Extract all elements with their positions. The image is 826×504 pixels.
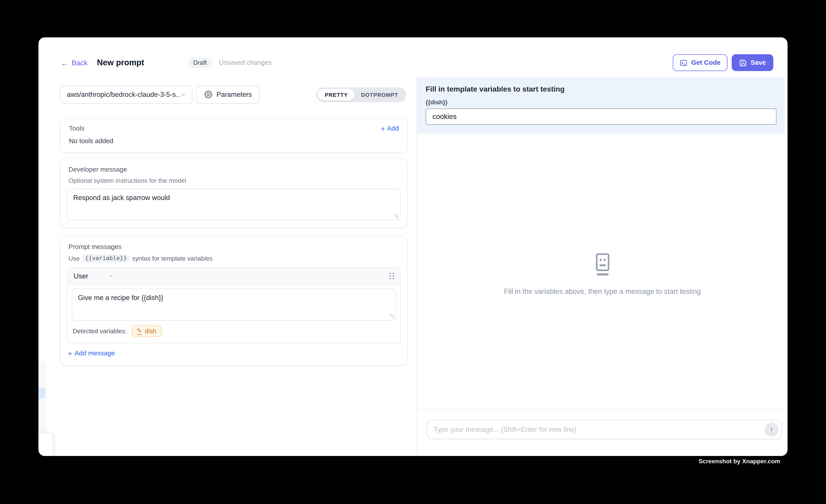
editor-toolbar: aws/anthropic/bedrock-claude-3-5-s... [60, 85, 406, 104]
drag-handle-icon[interactable] [389, 272, 394, 279]
model-select-value: aws/anthropic/bedrock-claude-3-5-s... [67, 90, 180, 99]
get-code-label: Get Code [691, 59, 720, 66]
add-message-button[interactable]: + Add message [68, 350, 400, 357]
variable-syntax-chip: {{variable}} [82, 254, 129, 262]
chat-message-input[interactable] [433, 425, 758, 433]
developer-message-title: Developer message [67, 166, 401, 173]
developer-message-textarea[interactable]: Respond as jack sparrow would [67, 189, 401, 220]
status-badge: Draft [188, 57, 212, 68]
sidebar-active-indicator[interactable] [39, 387, 45, 398]
content-split: aws/anthropic/bedrock-claude-3-5-s... [39, 77, 787, 456]
chevron-down-icon [180, 91, 187, 98]
add-tool-label: Add [387, 125, 399, 132]
prompt-editor-window: ← Back New prompt Draft Unsaved changes … [39, 37, 787, 456]
plus-icon: + [381, 125, 385, 132]
tools-card: Tools + Add No tools added [60, 118, 408, 153]
unsaved-changes-note: Unsaved changes [219, 59, 272, 66]
detected-variables-label: Detected variables: [73, 327, 127, 335]
save-button[interactable]: Save [731, 54, 773, 71]
back-label: Back [72, 59, 87, 67]
screenshot-stage: ← Back New prompt Draft Unsaved changes … [0, 0, 826, 504]
corner-popover-edge [39, 433, 53, 456]
titlebar: ← Back New prompt Draft Unsaved changes … [39, 37, 787, 77]
add-tool-button[interactable]: + Add [381, 125, 399, 132]
chat-empty-state: Fill in the variables above, then type a… [417, 134, 787, 410]
plus-icon: + [68, 350, 72, 357]
arrow-up-icon: ↑ [770, 425, 773, 434]
variable-dish-label: {{dish}} [426, 99, 776, 106]
arrow-left-icon: ← [61, 59, 68, 67]
variable-chip-label: dish [145, 327, 157, 335]
tools-title: Tools [69, 125, 84, 132]
parameters-button[interactable]: Parameters [196, 85, 260, 104]
user-message-textarea[interactable]: Give me a recipe for {{dish}} [72, 289, 396, 321]
code-terminal-icon [680, 59, 688, 67]
template-syntax-hint: Use {{variable}} syntax for template var… [67, 254, 401, 262]
get-code-button[interactable]: Get Code [673, 54, 727, 71]
parameters-label: Parameters [217, 90, 252, 99]
editor-cards: Tools + Add No tools added Developer mes… [60, 118, 408, 366]
toggle-dotprompt[interactable]: DOTPROMPT [355, 89, 405, 101]
pencil-edit-icon: ✎ [137, 328, 142, 334]
prompt-messages-card: Prompt messages Use {{variable}} syntax … [60, 236, 408, 365]
view-mode-toggle: PRETTY DOTPROMPT [316, 87, 406, 102]
variables-heading: Fill in template variables to start test… [426, 85, 776, 93]
chevron-down-icon[interactable] [108, 273, 114, 279]
chat-input-container: ↑ [427, 420, 782, 439]
hint-prefix: Use [68, 255, 80, 262]
robot-face-icon [592, 253, 613, 276]
prompt-messages-title: Prompt messages [67, 243, 401, 251]
tools-empty-text: No tools added [69, 137, 399, 145]
developer-message-subtitle: Optional system instructions for the mod… [67, 177, 401, 184]
empty-state-text: Fill in the variables above, then type a… [504, 287, 701, 295]
model-select[interactable]: aws/anthropic/bedrock-claude-3-5-s... [60, 85, 192, 104]
back-button[interactable]: ← Back [61, 59, 87, 67]
toggle-pretty[interactable]: PRETTY [318, 89, 355, 101]
variable-dish-input[interactable] [426, 109, 776, 125]
role-select-value: User [74, 272, 88, 280]
variable-chip-dish[interactable]: ✎ dish [132, 325, 162, 337]
save-label: Save [751, 59, 766, 66]
send-message-button[interactable]: ↑ [764, 422, 779, 437]
titlebar-actions: Get Code Save [673, 54, 773, 71]
prompt-editor-panel: aws/anthropic/bedrock-claude-3-5-s... [39, 77, 417, 456]
save-floppy-icon [739, 59, 747, 67]
chat-input-bar: ↑ [417, 410, 787, 456]
hint-suffix: syntax for template variables [132, 255, 213, 262]
page-title: New prompt [97, 58, 144, 68]
message-block: User Give me a recipe for {{d [67, 267, 401, 343]
message-role-header: User [67, 268, 400, 284]
template-variables-header: Fill in template variables to start test… [417, 77, 785, 134]
gear-icon [204, 90, 212, 99]
test-panel: Fill in template variables to start test… [417, 77, 787, 456]
detected-variables-row: Detected variables: ✎ dish [67, 321, 400, 343]
add-message-label: Add message [74, 350, 115, 357]
developer-message-card: Developer message Optional system instru… [60, 159, 408, 228]
watermark-text: Screenshot by Xnapper.com [699, 458, 780, 464]
